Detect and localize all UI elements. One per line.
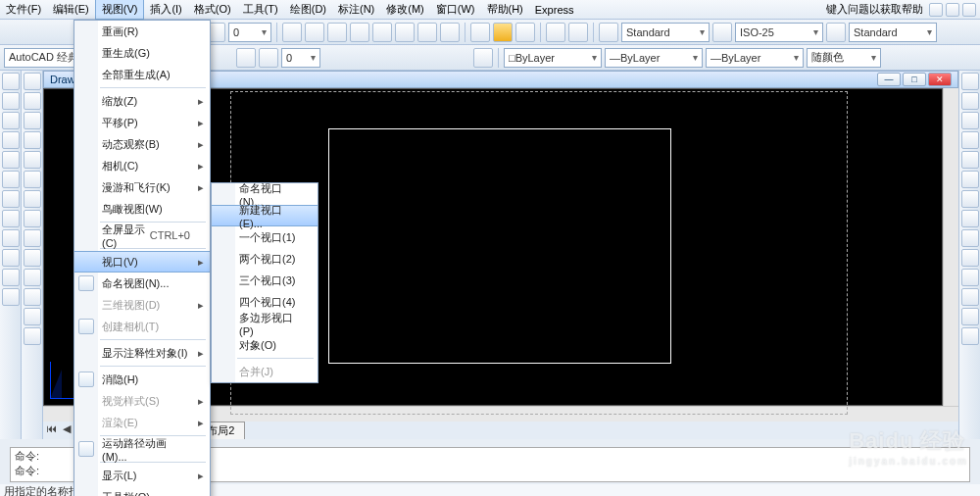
- tool-g[interactable]: [417, 23, 437, 42]
- menu-window[interactable]: 窗口(W): [430, 0, 481, 19]
- hatch-tool[interactable]: [2, 190, 20, 208]
- tool-j[interactable]: [515, 23, 535, 42]
- offset-tool[interactable]: [24, 151, 41, 169]
- menu-item-4[interactable]: 三个视口(3): [212, 270, 318, 291]
- table-tool[interactable]: [2, 249, 20, 267]
- chamfer-tool[interactable]: [24, 249, 41, 267]
- menu-item-26[interactable]: 显示(L): [74, 465, 210, 486]
- modify-k[interactable]: [961, 269, 979, 286]
- array-tool[interactable]: [24, 171, 41, 188]
- rect-tool[interactable]: [2, 151, 20, 169]
- modify-g[interactable]: [961, 190, 979, 208]
- dimstyle-combo[interactable]: ISO-25: [735, 23, 823, 42]
- menu-item-4[interactable]: 缩放(Z): [74, 90, 210, 112]
- menu-insert[interactable]: 插入(I): [144, 0, 187, 19]
- vertical-scrollbar[interactable]: [943, 88, 958, 406]
- close-button[interactable]: ✕: [928, 73, 952, 86]
- color-combo[interactable]: □ ByLayer: [504, 48, 602, 68]
- layer-combo[interactable]: 0: [228, 23, 271, 42]
- menu-item-24[interactable]: 运动路径动画(M)...: [74, 438, 210, 460]
- tab-prev[interactable]: ◀: [59, 422, 74, 438]
- modify-b[interactable]: [961, 92, 979, 110]
- menu-item-13[interactable]: 视口(V): [74, 251, 210, 273]
- erase-tool[interactable]: [24, 327, 41, 345]
- menu-item-14[interactable]: 命名视图(N)...: [74, 273, 210, 294]
- menu-format[interactable]: 格式(O): [188, 0, 237, 19]
- point-tool[interactable]: [2, 210, 20, 227]
- plotstyle-combo[interactable]: 随颜色: [807, 48, 881, 68]
- textstyle-combo[interactable]: Standard: [621, 23, 710, 42]
- text-tool[interactable]: [2, 269, 20, 286]
- menu-item-0[interactable]: 重画(R): [74, 21, 210, 42]
- menu-item-2[interactable]: 一个视口(1): [212, 226, 318, 248]
- layer-prev-icon[interactable]: [259, 48, 278, 68]
- menu-draw[interactable]: 绘图(D): [284, 0, 332, 19]
- menu-item-8[interactable]: 漫游和飞行(K): [74, 176, 210, 198]
- menu-modify[interactable]: 修改(M): [380, 0, 430, 19]
- trim-tool[interactable]: [24, 190, 41, 208]
- block-tool[interactable]: [2, 229, 20, 247]
- explode-tool[interactable]: [24, 308, 41, 325]
- tool-f[interactable]: [395, 23, 415, 42]
- tool-k[interactable]: [546, 23, 565, 42]
- menu-item-6[interactable]: 动态观察(B): [74, 133, 210, 155]
- menu-item-18[interactable]: 显示注释性对象(I): [74, 342, 210, 364]
- menu-item-6[interactable]: 多边形视口(P): [212, 313, 318, 334]
- menu-item-9[interactable]: 鸟瞰视图(W): [74, 198, 210, 220]
- tool-b[interactable]: [305, 23, 324, 42]
- menu-item-11[interactable]: 全屏显示(C)CTRL+0: [74, 224, 210, 246]
- region-tool[interactable]: [2, 288, 20, 306]
- modify-l[interactable]: [961, 288, 979, 306]
- menu-view[interactable]: 视图(V): [95, 0, 145, 20]
- modify-n[interactable]: [961, 327, 979, 345]
- paste-icon[interactable]: [473, 48, 493, 68]
- menu-edit[interactable]: 编辑(E): [47, 0, 95, 19]
- copy-tool[interactable]: [24, 92, 41, 110]
- layer-manager-icon[interactable]: [236, 48, 256, 68]
- tool-d[interactable]: [350, 23, 369, 42]
- menu-item-5[interactable]: 平移(P): [74, 112, 210, 133]
- menu-item-7[interactable]: 对象(O): [212, 334, 318, 356]
- menu-item-7[interactable]: 相机(C): [74, 155, 210, 176]
- line-tool[interactable]: [2, 73, 20, 90]
- tablestyle-combo[interactable]: Standard: [849, 23, 937, 42]
- tab-first[interactable]: ⏮: [43, 422, 59, 438]
- menu-help[interactable]: 帮助(H): [481, 0, 529, 19]
- layer-small[interactable]: 0: [281, 48, 320, 68]
- menu-item-1[interactable]: 新建视口(E)...: [212, 205, 318, 226]
- menu-dimension[interactable]: 标注(N): [332, 0, 380, 19]
- menu-item-20[interactable]: 消隐(H): [74, 369, 210, 390]
- menu-item-3[interactable]: 两个视口(2): [212, 248, 318, 270]
- fillet-tool[interactable]: [24, 229, 41, 247]
- menu-item-2[interactable]: 全部重生成(A): [74, 64, 210, 85]
- extend-tool[interactable]: [24, 210, 41, 227]
- tool-l[interactable]: [568, 23, 588, 42]
- polyline-tool[interactable]: [2, 92, 20, 110]
- circle-tool[interactable]: [2, 112, 20, 129]
- modify-e[interactable]: [961, 151, 979, 169]
- menu-item-1[interactable]: 重生成(G): [74, 42, 210, 64]
- favorite-icon[interactable]: [946, 3, 959, 17]
- dimstyle-icon[interactable]: [712, 23, 732, 42]
- modify-a[interactable]: [961, 73, 979, 90]
- tool-a[interactable]: [282, 23, 302, 42]
- textstyle-icon[interactable]: [599, 23, 618, 42]
- rotate-tool[interactable]: [24, 112, 41, 129]
- tablestyle-icon[interactable]: [826, 23, 846, 42]
- tool-i[interactable]: [470, 23, 490, 42]
- modify-h[interactable]: [961, 210, 979, 227]
- tool-c[interactable]: [327, 23, 347, 42]
- menu-tools[interactable]: 工具(T): [237, 0, 284, 19]
- modify-c[interactable]: [961, 112, 979, 129]
- tool-h[interactable]: [440, 23, 460, 42]
- modify-f[interactable]: [961, 171, 979, 188]
- modify-m[interactable]: [961, 308, 979, 325]
- menu-item-27[interactable]: 工具栏(O)...: [74, 486, 210, 496]
- maximize-button[interactable]: □: [903, 73, 926, 86]
- linetype-combo[interactable]: — ByLayer: [605, 48, 703, 68]
- lineweight-combo[interactable]: — ByLayer: [706, 48, 804, 68]
- minimize-button[interactable]: —: [877, 73, 901, 86]
- modify-i[interactable]: [961, 229, 979, 247]
- modify-j[interactable]: [961, 249, 979, 267]
- help-icon[interactable]: [962, 3, 976, 17]
